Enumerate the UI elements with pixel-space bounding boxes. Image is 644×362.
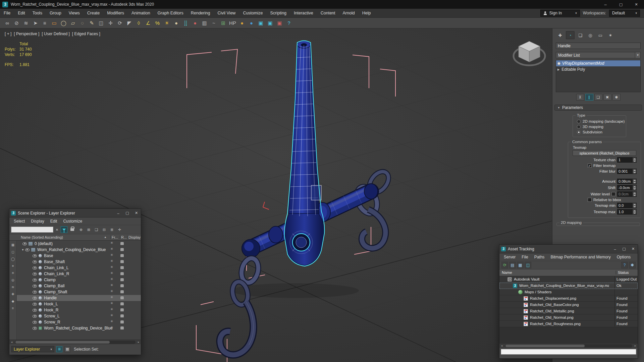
menu-item[interactable]: Group <box>46 9 65 17</box>
display-toggle-icon[interactable] <box>120 290 124 293</box>
mapping-type-radio[interactable]: Subdivision <box>573 129 626 135</box>
Worn_Ratchet_Coupling_Device_Blue_max_vray.max[interactable]: Worn_Ratchet_Coupling_Device_Blue_max_vr… <box>499 283 638 289</box>
menu-item[interactable]: Rendering <box>187 9 214 17</box>
viewport-label-segment[interactable]: [ + ] <box>5 32 11 36</box>
maximize-button[interactable] <box>620 245 629 253</box>
viewport-label-segment[interactable]: [ Perspective ] <box>14 32 39 36</box>
visibility-eye-icon[interactable] <box>33 285 37 288</box>
Chain_Link_R[interactable]: Chain_Link_R <box>17 271 141 277</box>
display-toggle-icon[interactable] <box>120 296 124 299</box>
frozen-toggle-icon[interactable] <box>110 277 113 281</box>
menu-item[interactable]: Interactive <box>290 9 317 17</box>
visibility-eye-icon[interactable] <box>25 248 30 251</box>
select-and-move-icon[interactable]: ✛ <box>106 18 115 27</box>
close-button[interactable] <box>629 245 638 253</box>
visibility-eye-icon[interactable] <box>33 315 37 318</box>
filter-spacewarps-icon[interactable]: ≋ <box>10 284 16 291</box>
menu-item[interactable]: File <box>0 9 14 17</box>
filter-blur-spinner[interactable]: 0.001 <box>617 169 637 174</box>
search-input[interactable] <box>11 227 53 233</box>
Clamp_Ball[interactable]: Clamp_Ball <box>17 283 141 289</box>
water-level-checkbox[interactable] <box>611 192 615 196</box>
open-help-icon[interactable]: ? <box>284 18 293 27</box>
amount-spinner[interactable]: 0.08cm <box>617 179 637 184</box>
maximize-button[interactable] <box>123 209 132 217</box>
menu-item[interactable]: Graph Editors <box>154 9 187 17</box>
name-column-header[interactable]: Name <box>502 270 512 275</box>
pick-from-scene-icon[interactable]: ✛ <box>116 227 123 233</box>
display-tab[interactable]: ▭ <box>596 31 605 39</box>
frozen-toggle-icon[interactable] <box>110 307 113 311</box>
menu-item[interactable]: Edit <box>14 9 29 17</box>
rendered-frame-icon[interactable]: ▣ <box>256 18 265 27</box>
menu-item[interactable]: Animation <box>128 9 154 17</box>
viewport-label-segment[interactable]: [ User Defined ] <box>42 32 69 36</box>
curve-editor-icon[interactable]: ~ <box>209 18 218 27</box>
percent-snap-icon[interactable]: % <box>153 18 162 27</box>
window-crossing-icon[interactable]: ◫ <box>97 18 106 27</box>
texture-channel-spinner[interactable]: 1 <box>617 157 637 163</box>
report-view-icon[interactable]: ▤ <box>509 262 516 268</box>
filter-materials-icon[interactable]: ≡ <box>10 305 16 312</box>
minimize-button[interactable] <box>598 0 613 9</box>
paint-selection-region-icon[interactable]: ✎ <box>87 18 96 27</box>
menu-item[interactable]: Civil View <box>214 9 239 17</box>
delete-layer-icon[interactable]: ⊟ <box>101 227 107 233</box>
scene-explorer-menu[interactable]: Display <box>28 219 47 224</box>
parameters-rollout[interactable]: ▼ Parameters <box>554 105 642 111</box>
material-sphere-icon[interactable]: ● <box>172 18 181 27</box>
0 (default)[interactable]: 0 (default) <box>17 241 141 247</box>
frozen-toggle-icon[interactable] <box>110 283 113 287</box>
display-toggle-icon[interactable] <box>120 260 124 263</box>
mapping-type-radio[interactable]: 3D mapping <box>573 124 626 129</box>
scroll-right-icon[interactable]: ▸ <box>633 344 638 347</box>
Maps / Shaders[interactable]: Maps / Shaders <box>499 289 638 295</box>
texmap-min-spinner[interactable]: 0.0 <box>617 203 637 208</box>
menu-item[interactable]: Arnold <box>339 9 359 17</box>
Chain_Link_L[interactable]: Chain_Link_L <box>17 265 141 271</box>
display-toggle-icon[interactable] <box>120 266 124 269</box>
filter-groups-icon[interactable]: ✚ <box>10 291 16 298</box>
menu-item[interactable]: Scripting <box>266 9 290 17</box>
Worn_Ratchet_Coupling_Device_Blue[interactable]: ▼ Worn_Ratchet_Coupling_Device_Blue <box>17 247 141 253</box>
Hook_R[interactable]: Hook_R <box>17 307 141 313</box>
menu-item[interactable]: Content <box>317 9 339 17</box>
frozen-toggle-icon[interactable] <box>110 271 113 275</box>
expand-arrow-icon[interactable]: ▼ <box>21 248 24 251</box>
lasso-selection-region-icon[interactable]: ◌ <box>78 18 87 27</box>
asset-tracking-menu[interactable]: Paths <box>531 255 548 259</box>
frozen-toggle-icon[interactable] <box>110 247 113 251</box>
Hook_L[interactable]: Hook_L <box>17 301 141 307</box>
show-end-result-icon[interactable]: ∥ <box>585 94 593 101</box>
scrollbar-thumb[interactable] <box>15 341 110 344</box>
nest-layer-icon[interactable]: ❏ <box>93 227 100 233</box>
frozen-toggle-icon[interactable] <box>110 253 113 257</box>
refresh-icon[interactable]: ⟳ <box>501 262 508 268</box>
close-button[interactable] <box>132 209 141 217</box>
modify-tab[interactable]: ◔ <box>566 31 575 39</box>
render-column-header[interactable]: R... <box>120 235 127 239</box>
create-tab[interactable]: ✚ <box>556 31 565 39</box>
render-production-icon[interactable]: ▣ <box>266 18 275 27</box>
explorer-mode-dropdown[interactable]: Layer Explorer ▾ <box>11 346 54 352</box>
angle-snap-icon[interactable]: ∠ <box>144 18 153 27</box>
frozen-toggle-icon[interactable] <box>110 289 113 293</box>
display-toggle-icon[interactable] <box>120 284 124 287</box>
scroll-left-icon[interactable]: ◂ <box>499 344 504 347</box>
texmap-max-spinner[interactable]: 1.0 <box>617 209 637 215</box>
add-to-layer-icon[interactable]: ⊞ <box>86 227 92 233</box>
filter-texmap-checkbox[interactable] <box>588 164 592 168</box>
scroll-left-icon[interactable]: ◂ <box>9 341 14 344</box>
horizontal-scrollbar[interactable]: ◂ ▸ <box>9 340 141 344</box>
display-toggle-icon[interactable] <box>120 242 124 245</box>
scene-explorer-menu[interactable]: Customize <box>60 219 85 224</box>
clear-search-icon[interactable]: ✕ <box>55 228 59 232</box>
horizontal-scrollbar[interactable]: ◂ ▸ <box>499 343 638 348</box>
object-name-field[interactable] <box>556 43 641 49</box>
scene-explorer-titlebar[interactable]: 3 Scene Explorer - Layer Explorer <box>9 209 141 218</box>
select-and-rotate-icon[interactable]: ⟳ <box>115 18 124 27</box>
menu-item[interactable]: Create <box>84 9 104 17</box>
display-toggle-icon[interactable] <box>120 308 124 311</box>
motion-tab[interactable]: ◎ <box>586 31 595 39</box>
filter-lights-icon[interactable]: ✶ <box>10 262 16 269</box>
